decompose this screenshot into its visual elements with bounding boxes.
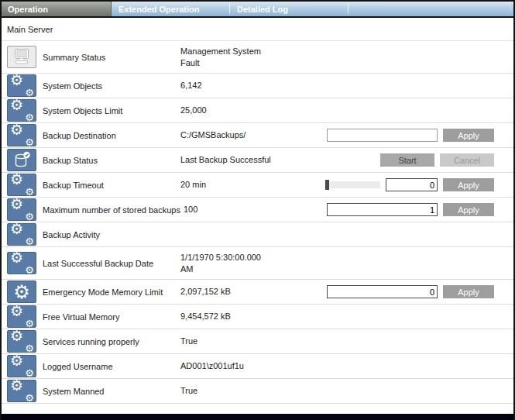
property-label: Maximum number of stored backups [43,205,184,215]
property-list: Summary Status Management System Fault ⚙… [2,40,513,414]
property-label: Logged Username [43,362,180,371]
gears-icon: ⚙⚙ [7,305,36,328]
apply-button[interactable]: Apply [443,129,494,142]
backup-timeout-slider[interactable] [324,181,380,188]
emergency-memory-limit-input[interactable] [327,285,438,298]
property-label: Backup Activity [43,230,180,239]
server-name: Main Server [7,25,53,34]
tab-detailed-log[interactable]: Detailed Log [230,2,348,16]
property-value: 20 min [180,179,206,191]
property-label: Backup Destination [43,131,180,140]
property-label: Services running properly [43,337,180,346]
gears-icon: ⚙⚙ [7,252,36,274]
apply-button[interactable]: Apply [443,178,494,191]
property-row: ⚙⚙ Last Successful Backup Date 1/1/1970 … [2,247,513,280]
gears-icon: ⚙⚙ [7,380,36,402]
property-row: ⚙⚙ Maximum number of stored backups 100 … [2,198,513,222]
server-label-bar: Main Server [2,18,513,40]
tab-separator [348,3,348,14]
backup-destination-input[interactable] [327,129,438,142]
property-label: Free Virtual Memory [43,312,180,322]
gears-icon: ⚙⚙ [7,174,36,196]
property-row: Backup Status Last Backup Successful Sta… [2,148,513,173]
gears-icon: ⚙⚙ [7,355,36,377]
gears-icon: ⚙⚙ [7,74,36,97]
tab-extended-operation[interactable]: Extended Operation [112,2,229,16]
property-row: ⚙⚙ Backup Timeout 20 min Apply [2,173,513,198]
property-row: ⚙⚙ System Objects Limit 25,000 [2,98,513,123]
property-value: C:/GMSBackups/ [180,129,245,141]
property-label: Last Successful Backup Date [43,259,180,268]
slider-handle[interactable] [325,180,329,190]
backup-timeout-input[interactable] [386,178,438,191]
row-controls: Apply [327,203,494,216]
tab-bar: Operation Extended Operation Detailed Lo… [2,2,513,18]
gear-icon: ⚙ [7,281,36,303]
computer-icon [7,46,36,68]
property-value: 9,454,572 kB [180,311,231,322]
property-value: True [180,385,197,397]
apply-button[interactable]: Apply [443,285,494,298]
row-controls: Apply [327,285,494,298]
property-value: 2,097,152 kB [180,286,231,298]
apply-button[interactable]: Apply [443,203,494,216]
property-label: Emergency Mode Memory Limit [43,287,180,297]
window-bottom-bar [2,414,513,420]
property-value: Last Backup Successful [180,154,271,166]
property-row: ⚙⚙ Logged Username AD001\z001uf1u [2,354,513,379]
gears-icon: ⚙⚙ [7,124,36,146]
property-value: 100 [184,204,197,215]
property-label: System Objects Limit [43,106,180,115]
row-controls: Apply [327,129,494,142]
row-controls: Apply [324,178,494,191]
row-controls: StartCancel [380,153,494,167]
start-button[interactable]: Start [380,153,434,167]
property-label: System Objects [43,81,180,91]
property-label: System Manned [43,387,180,396]
property-value: True [180,336,197,347]
property-value: 25,000 [180,105,207,116]
gears-icon: ⚙⚙ [7,223,36,246]
property-row: ⚙⚙ Free Virtual Memory 9,454,572 kB [2,305,513,329]
database-check-icon [7,149,36,171]
property-label: Backup Status [43,156,180,165]
property-row: ⚙⚙ Services running properly True [2,329,513,354]
max-stored-backups-input[interactable] [327,203,438,216]
gears-icon: ⚙⚙ [7,99,36,122]
property-row: Summary Status Management System Fault [2,41,513,74]
property-row: ⚙⚙ Backup Destination C:/GMSBackups/ App… [2,123,513,148]
cancel-button[interactable]: Cancel [440,153,494,167]
property-row: ⚙⚙ Backup Activity [2,222,513,247]
property-value: AD001\z001uf1u [180,360,244,372]
property-label: Summary Status [43,53,180,62]
gears-icon: ⚙⚙ [7,198,36,221]
property-row: ⚙ Emergency Mode Memory Limit 2,097,152 … [2,280,513,305]
property-row: ⚙⚙ System Objects 6,142 [2,74,513,98]
property-value: Management System Fault [180,46,261,69]
tab-operation[interactable]: Operation [2,2,112,16]
application-window: Operation Extended Operation Detailed Lo… [0,0,515,420]
property-row: ⚙⚙ System Manned True [2,379,513,404]
gears-icon: ⚙⚙ [7,330,36,353]
property-label: Backup Timeout [43,181,180,190]
property-value: 6,142 [180,80,202,91]
property-value: 1/1/1970 5:30:00.000 AM [180,252,261,275]
tab-strip: Extended Operation Detailed Log [112,2,513,16]
